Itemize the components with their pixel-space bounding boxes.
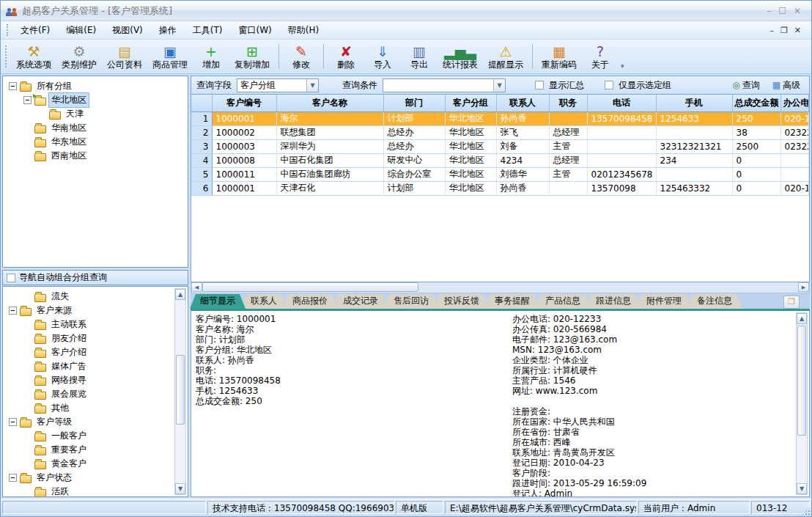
nav-combo-checkbox[interactable] xyxy=(7,274,15,282)
tree-item[interactable]: 西南地区 xyxy=(4,149,186,163)
show-summary-checkbox[interactable] xyxy=(535,81,544,89)
toolbar-button[interactable]: ✘ 删除 xyxy=(328,40,364,73)
tree-item[interactable]: 天津 xyxy=(4,107,186,121)
mdi-close-button[interactable]: ✕ xyxy=(794,26,801,35)
scroll-thumb[interactable] xyxy=(202,282,418,292)
tree-item[interactable]: 客户状态 xyxy=(4,471,173,485)
tree-item[interactable]: 主动联系 xyxy=(4,318,173,331)
scroll-thumb[interactable] xyxy=(176,355,185,425)
tree-item[interactable]: 黄金客户 xyxy=(4,457,173,471)
toolbar-button[interactable]: ▣ 商品管理 xyxy=(147,40,193,73)
tab[interactable]: 细节显示 xyxy=(190,294,246,309)
tree-item[interactable]: 华北地区 xyxy=(4,93,186,107)
customer-row[interactable]: 1 1000001 海尔 计划部 华北地区 孙尚香 13570098458 12… xyxy=(191,111,809,125)
chevron-down-icon[interactable]: ▼ xyxy=(493,79,505,92)
query-condition-combobox[interactable]: ▼ xyxy=(383,78,506,92)
toolbar-button[interactable]: + 增加 xyxy=(193,40,229,73)
tree-item[interactable]: 流失 xyxy=(4,290,173,304)
toolbar-button[interactable]: ⇓ 导入 xyxy=(364,40,401,73)
chevron-down-icon[interactable]: ▼ xyxy=(306,79,318,92)
query-field-combobox[interactable]: 客户分组 ▼ xyxy=(237,78,319,92)
scroll-down-arrow[interactable]: ▼ xyxy=(175,483,185,494)
scroll-left-arrow[interactable]: ◀ xyxy=(191,282,202,292)
tree-item[interactable]: 客户等级 xyxy=(4,415,173,429)
toolbar-button[interactable]: ? 关于 xyxy=(582,40,619,73)
customer-row[interactable]: 4 1000008 中国石化集团 研发中心 华北地区 4234 总经理 234 … xyxy=(191,153,809,167)
tab[interactable]: 成交记录 xyxy=(333,294,388,309)
tree-item[interactable]: 展会展览 xyxy=(4,387,173,401)
toolbar-button[interactable]: ⚠ 提醒显示 xyxy=(483,40,528,73)
advanced-button[interactable]: ▦ 高级 xyxy=(769,78,804,93)
tab[interactable]: 商品报价 xyxy=(282,294,338,309)
customer-row[interactable]: 3 1000003 深圳华为 总经办 华北地区 刘备 主管 3231232132… xyxy=(191,139,809,153)
tree-expand-box[interactable] xyxy=(9,307,17,315)
tab[interactable]: 投诉反馈 xyxy=(434,294,490,309)
scroll-up-arrow[interactable]: ▲ xyxy=(175,289,185,300)
menu-item[interactable]: 窗口(W) xyxy=(231,22,280,39)
customer-row[interactable]: 2 1000002 联想集团 总经办 华北地区 张飞 总经理 38 0232 xyxy=(191,125,809,139)
menu-item[interactable]: 工具(T) xyxy=(185,22,231,39)
tree-item[interactable]: 一般客户 xyxy=(4,429,173,443)
scroll-thumb[interactable] xyxy=(797,326,806,436)
mdi-restore-button[interactable]: ❐ xyxy=(780,26,788,35)
tab[interactable]: 备注信息 xyxy=(687,294,742,309)
search-button[interactable]: ◎ 查询 xyxy=(728,78,763,93)
toolbar-button[interactable]: ▂▅▃ 统计报表 xyxy=(438,40,483,73)
tab-list-button[interactable]: ❐ xyxy=(783,296,800,309)
menu-item[interactable]: 文件(F) xyxy=(12,22,58,39)
scroll-right-arrow[interactable]: ▶ xyxy=(798,282,809,292)
menu-item[interactable]: 编辑(E) xyxy=(58,22,104,39)
scroll-up-arrow[interactable]: ▲ xyxy=(797,313,807,324)
nav-tree-scrollbar[interactable]: ▲ ▼ xyxy=(174,288,186,495)
tree-item[interactable]: 其他 xyxy=(4,401,173,415)
tab[interactable]: 跟进信息 xyxy=(586,294,641,309)
tree-expand-box[interactable] xyxy=(23,96,32,104)
tree-expand-box[interactable] xyxy=(9,474,17,482)
grid-column-header[interactable]: 部门 xyxy=(383,95,445,111)
tree-item[interactable]: 活跃 xyxy=(4,485,173,497)
menu-item[interactable]: 帮助(H) xyxy=(280,22,327,39)
only-selected-group-checkbox[interactable] xyxy=(605,81,613,89)
grid-column-header[interactable]: 客户名称 xyxy=(276,95,383,111)
tree-item[interactable]: 朋友介绍 xyxy=(4,331,173,345)
grid-column-header[interactable]: 客户分组 xyxy=(445,95,496,111)
tab[interactable]: 售后回访 xyxy=(383,294,439,309)
grid-column-header[interactable]: 电话 xyxy=(587,95,656,111)
menu-item[interactable]: 操作 xyxy=(151,22,185,39)
toolbar-button[interactable]: ▥ 导出 xyxy=(401,40,438,73)
toolbar-button[interactable]: ▤ 公司资料 xyxy=(102,40,147,73)
grid-horizontal-scrollbar[interactable]: ◀ ▶ xyxy=(191,282,810,293)
tab[interactable]: 附件管理 xyxy=(636,294,692,309)
maximize-button[interactable]: ☐ xyxy=(778,6,786,16)
tree-item[interactable]: 客户来源 xyxy=(4,304,173,318)
tree-item[interactable]: 华南地区 xyxy=(4,121,186,135)
tree-expand-box[interactable] xyxy=(9,82,17,90)
tree-item[interactable]: 客户介绍 xyxy=(4,345,173,359)
grid-column-header[interactable]: 联系人 xyxy=(496,95,549,111)
grid-column-header[interactable]: 客户编号 xyxy=(212,95,276,111)
scroll-down-arrow[interactable]: ▼ xyxy=(797,483,807,494)
grid-column-header[interactable]: 手机 xyxy=(656,95,732,111)
tab[interactable]: 产品信息 xyxy=(535,294,591,309)
tree-expand-box[interactable] xyxy=(9,418,17,426)
tree-item[interactable]: 重要客户 xyxy=(4,443,173,457)
tab[interactable]: 联系人 xyxy=(240,294,287,309)
grid-column-header[interactable]: 职务 xyxy=(549,95,587,111)
toolbar-button[interactable]: ✎ 修改 xyxy=(283,40,320,73)
toolbar-button[interactable]: ⊞ 复制增加 xyxy=(229,40,275,73)
customer-row[interactable]: 6 1000001 天津石化 计划部 华北地区 孙尚香 13570098 125… xyxy=(191,181,809,195)
tab[interactable]: 事务提醒 xyxy=(484,294,540,309)
close-button[interactable]: ✕ xyxy=(794,6,801,16)
tree-item[interactable]: 网络搜寻 xyxy=(4,373,173,387)
tree-item[interactable]: 媒体广告 xyxy=(4,359,173,373)
tree-item[interactable]: 华东地区 xyxy=(4,135,186,149)
minimize-button[interactable]: – xyxy=(767,6,771,16)
menu-item[interactable]: 视图(V) xyxy=(104,22,151,39)
tree-item[interactable]: 所有分组 xyxy=(4,79,186,93)
detail-scrollbar[interactable]: ▲ ▼ xyxy=(796,312,808,495)
toolbar-button[interactable]: ▦ 重新编码 xyxy=(536,40,582,73)
grid-column-header[interactable]: 办公电话 xyxy=(780,95,809,111)
grid-column-header[interactable]: 总成交金额 xyxy=(732,95,780,111)
customer-row[interactable]: 5 1000011 中国石油集团廊坊 综合办公室 华北地区 刘德华 主管 020… xyxy=(191,167,809,181)
toolbar-overflow-chevron[interactable]: ▾ xyxy=(619,62,627,73)
